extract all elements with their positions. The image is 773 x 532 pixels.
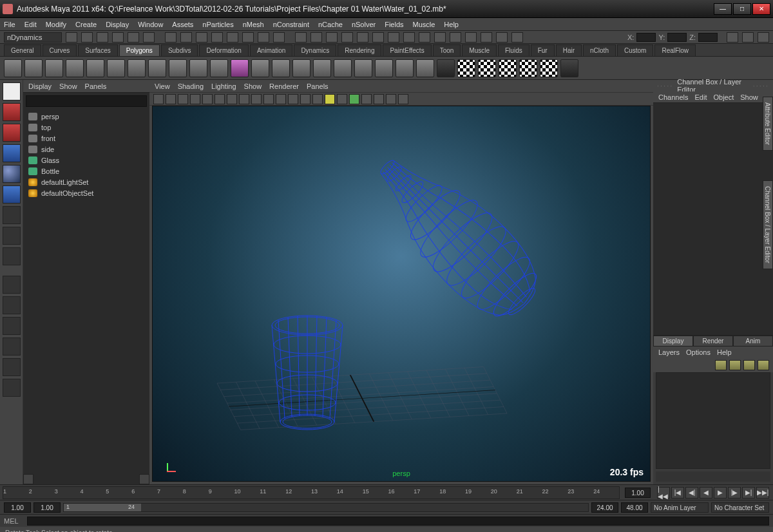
viewport-canvas[interactable]: persp 20.3 fps [152,106,651,482]
manipulator-tool[interactable] [3,206,21,224]
shelf-icon[interactable] [457,59,475,77]
tool-icon[interactable] [758,32,769,43]
shelf-tab-fluids[interactable]: Fluids [498,44,530,56]
layout-single[interactable] [3,276,21,294]
vp-icon[interactable] [276,94,286,104]
shelf-tab-deformation[interactable]: Deformation [199,44,248,56]
tool-icon[interactable] [465,32,477,43]
tool-icon[interactable] [112,32,124,43]
shelf-tab-curves[interactable]: Curves [43,44,77,56]
shelf-icon[interactable] [251,59,269,77]
next-key-button[interactable]: |▶ [728,487,741,499]
outliner-item[interactable]: Bottle [28,167,144,176]
tool-icon[interactable] [196,32,207,43]
menu-ncache[interactable]: nCache [318,21,343,28]
menu-window[interactable]: Window [138,21,163,28]
shelf-icon[interactable] [86,59,104,77]
lasso-tool[interactable] [3,103,21,121]
view-menu-lighting[interactable]: Lighting [211,82,236,90]
soft-mod-tool[interactable] [3,227,21,245]
layer-menu-options[interactable]: Options [686,348,711,356]
menu-file[interactable]: File [4,21,15,28]
close-button[interactable]: ✕ [752,3,770,15]
tool-icon[interactable] [97,32,108,43]
shelf-tab-subdivs[interactable]: Subdivs [161,44,198,56]
tool-icon[interactable] [511,32,523,43]
command-input[interactable] [27,517,769,526]
time-current[interactable]: 1.00 [625,488,651,498]
layout-two-h[interactable] [3,317,21,335]
tool-icon[interactable] [81,32,93,43]
shelf-icon[interactable] [416,59,434,77]
shelf-tab-custom[interactable]: Custom [617,44,653,56]
vp-icon[interactable] [300,94,310,104]
shelf-icon[interactable] [189,59,207,77]
vp-icon[interactable] [202,94,213,104]
shelf-icon[interactable] [313,59,331,77]
vp-icon[interactable] [215,94,225,104]
shelf-icon[interactable] [210,59,228,77]
vp-icon[interactable] [374,94,384,104]
prev-key-button[interactable]: ◀| [685,487,698,499]
play-back-button[interactable]: ◀ [700,487,712,499]
layer-icon[interactable] [729,360,741,370]
layer-icon[interactable] [758,360,769,370]
tool-icon[interactable] [496,32,508,43]
shelf-icon[interactable] [519,59,537,77]
shelf-tab-muscle[interactable]: Muscle [462,44,497,56]
outliner-item[interactable]: top [28,123,144,132]
layer-tab-anim[interactable]: Anim [733,336,773,347]
outliner-item[interactable]: persp [28,112,144,121]
range-track[interactable]: 1 24 [63,503,589,512]
shelf-icon[interactable] [437,59,455,77]
vp-icon[interactable] [337,94,347,104]
character-set-dropdown[interactable]: No Character Set [711,502,769,513]
tool-icon[interactable] [211,32,223,43]
channel-menu-object[interactable]: Object [713,93,734,101]
menu-nsolver[interactable]: nSolver [352,21,376,28]
tool-icon[interactable] [357,32,368,43]
outliner-item[interactable]: defaultObjectSet [28,189,144,198]
tool-icon[interactable] [372,32,384,43]
coord-y-input[interactable] [667,33,687,42]
channel-box-tab[interactable]: Channel Box / Layer Editor [763,180,773,269]
layer-icon[interactable] [715,360,727,370]
vp-icon[interactable] [386,94,396,104]
layer-tab-render[interactable]: Render [693,336,733,347]
shelf-tab-toon[interactable]: Toon [433,44,461,56]
menu-nparticles[interactable]: nParticles [202,21,233,28]
outliner-item[interactable]: side [28,145,144,154]
channel-box-body[interactable] [653,103,773,335]
shelf-tab-fur[interactable]: Fur [531,44,555,56]
step-fwd-button[interactable]: ▶| [742,487,755,499]
vp-icon[interactable] [398,94,408,104]
outliner-item[interactable]: defaultLightSet [28,178,144,187]
layer-icon[interactable] [743,360,755,370]
outliner-search[interactable] [26,95,147,107]
play-button[interactable]: ▶ [714,487,727,499]
outliner-menu-show[interactable]: Show [59,82,77,90]
menu-muscle[interactable]: Muscle [413,21,435,28]
view-menu-panels[interactable]: Panels [307,82,329,90]
tool-icon[interactable] [143,32,155,43]
vp-icon[interactable] [239,94,249,104]
shelf-icon[interactable] [334,59,352,77]
range-end-out[interactable]: 48.00 [621,502,648,513]
select-tool[interactable] [3,82,21,100]
channel-menu-edit[interactable]: Edit [694,93,707,101]
tool-icon[interactable] [242,32,254,43]
tool-icon[interactable] [481,32,492,43]
tool-icon[interactable] [742,32,754,43]
move-tool[interactable] [3,144,21,162]
shelf-icon[interactable] [375,59,393,77]
menu-assets[interactable]: Assets [172,21,193,28]
tool-icon[interactable] [295,32,307,43]
vp-icon[interactable] [178,94,188,104]
outliner-item[interactable]: front [28,134,144,143]
tool-icon[interactable] [419,32,430,43]
layout-two-v[interactable] [3,337,21,356]
tool-icon[interactable] [388,32,399,43]
shelf-tab-general[interactable]: General [4,44,41,56]
tool-icon[interactable] [180,32,192,43]
range-end-in[interactable]: 24.00 [591,502,618,513]
